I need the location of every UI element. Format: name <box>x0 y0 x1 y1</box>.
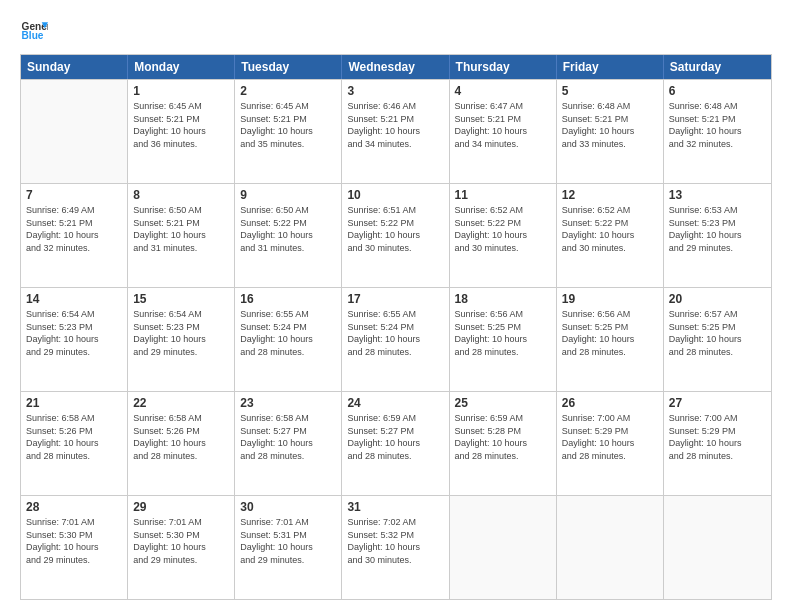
calendar-cell: 29Sunrise: 7:01 AM Sunset: 5:30 PM Dayli… <box>128 496 235 599</box>
cell-day-number: 10 <box>347 187 443 203</box>
cell-info: Sunrise: 7:01 AM Sunset: 5:31 PM Dayligh… <box>240 516 336 566</box>
cell-info: Sunrise: 7:00 AM Sunset: 5:29 PM Dayligh… <box>669 412 766 462</box>
calendar-cell: 21Sunrise: 6:58 AM Sunset: 5:26 PM Dayli… <box>21 392 128 495</box>
cell-info: Sunrise: 7:00 AM Sunset: 5:29 PM Dayligh… <box>562 412 658 462</box>
page: General Blue SundayMondayTuesdayWednesda… <box>0 0 792 612</box>
header-day-monday: Monday <box>128 55 235 79</box>
cell-day-number: 21 <box>26 395 122 411</box>
calendar-cell: 16Sunrise: 6:55 AM Sunset: 5:24 PM Dayli… <box>235 288 342 391</box>
calendar-cell: 25Sunrise: 6:59 AM Sunset: 5:28 PM Dayli… <box>450 392 557 495</box>
calendar-cell: 4Sunrise: 6:47 AM Sunset: 5:21 PM Daylig… <box>450 80 557 183</box>
cell-day-number: 23 <box>240 395 336 411</box>
calendar-cell: 17Sunrise: 6:55 AM Sunset: 5:24 PM Dayli… <box>342 288 449 391</box>
cell-info: Sunrise: 6:56 AM Sunset: 5:25 PM Dayligh… <box>455 308 551 358</box>
cell-info: Sunrise: 6:54 AM Sunset: 5:23 PM Dayligh… <box>26 308 122 358</box>
cell-day-number: 31 <box>347 499 443 515</box>
calendar-cell <box>664 496 771 599</box>
calendar-header: SundayMondayTuesdayWednesdayThursdayFrid… <box>21 55 771 79</box>
cell-info: Sunrise: 6:48 AM Sunset: 5:21 PM Dayligh… <box>669 100 766 150</box>
header-day-thursday: Thursday <box>450 55 557 79</box>
cell-info: Sunrise: 6:46 AM Sunset: 5:21 PM Dayligh… <box>347 100 443 150</box>
header-day-sunday: Sunday <box>21 55 128 79</box>
calendar-cell: 19Sunrise: 6:56 AM Sunset: 5:25 PM Dayli… <box>557 288 664 391</box>
calendar-cell: 8Sunrise: 6:50 AM Sunset: 5:21 PM Daylig… <box>128 184 235 287</box>
calendar-cell: 22Sunrise: 6:58 AM Sunset: 5:26 PM Dayli… <box>128 392 235 495</box>
cell-day-number: 2 <box>240 83 336 99</box>
calendar-cell: 15Sunrise: 6:54 AM Sunset: 5:23 PM Dayli… <box>128 288 235 391</box>
cell-day-number: 16 <box>240 291 336 307</box>
cell-day-number: 11 <box>455 187 551 203</box>
cell-day-number: 19 <box>562 291 658 307</box>
calendar-cell: 23Sunrise: 6:58 AM Sunset: 5:27 PM Dayli… <box>235 392 342 495</box>
cell-day-number: 8 <box>133 187 229 203</box>
calendar-cell: 10Sunrise: 6:51 AM Sunset: 5:22 PM Dayli… <box>342 184 449 287</box>
cell-day-number: 7 <box>26 187 122 203</box>
calendar-cell <box>450 496 557 599</box>
header: General Blue <box>20 16 772 44</box>
calendar-cell: 28Sunrise: 7:01 AM Sunset: 5:30 PM Dayli… <box>21 496 128 599</box>
cell-day-number: 3 <box>347 83 443 99</box>
cell-info: Sunrise: 6:59 AM Sunset: 5:27 PM Dayligh… <box>347 412 443 462</box>
calendar-cell: 30Sunrise: 7:01 AM Sunset: 5:31 PM Dayli… <box>235 496 342 599</box>
calendar-cell: 18Sunrise: 6:56 AM Sunset: 5:25 PM Dayli… <box>450 288 557 391</box>
cell-day-number: 15 <box>133 291 229 307</box>
cell-day-number: 6 <box>669 83 766 99</box>
header-day-saturday: Saturday <box>664 55 771 79</box>
cell-info: Sunrise: 6:55 AM Sunset: 5:24 PM Dayligh… <box>347 308 443 358</box>
calendar-cell: 24Sunrise: 6:59 AM Sunset: 5:27 PM Dayli… <box>342 392 449 495</box>
cell-day-number: 26 <box>562 395 658 411</box>
cell-info: Sunrise: 7:01 AM Sunset: 5:30 PM Dayligh… <box>133 516 229 566</box>
calendar: SundayMondayTuesdayWednesdayThursdayFrid… <box>20 54 772 600</box>
cell-day-number: 20 <box>669 291 766 307</box>
calendar-cell <box>557 496 664 599</box>
cell-day-number: 18 <box>455 291 551 307</box>
svg-text:Blue: Blue <box>22 30 44 41</box>
cell-day-number: 9 <box>240 187 336 203</box>
calendar-cell: 9Sunrise: 6:50 AM Sunset: 5:22 PM Daylig… <box>235 184 342 287</box>
cell-day-number: 27 <box>669 395 766 411</box>
calendar-cell: 6Sunrise: 6:48 AM Sunset: 5:21 PM Daylig… <box>664 80 771 183</box>
calendar-body: 1Sunrise: 6:45 AM Sunset: 5:21 PM Daylig… <box>21 79 771 599</box>
cell-info: Sunrise: 6:45 AM Sunset: 5:21 PM Dayligh… <box>133 100 229 150</box>
calendar-cell: 20Sunrise: 6:57 AM Sunset: 5:25 PM Dayli… <box>664 288 771 391</box>
cell-info: Sunrise: 6:58 AM Sunset: 5:26 PM Dayligh… <box>26 412 122 462</box>
cell-info: Sunrise: 6:50 AM Sunset: 5:21 PM Dayligh… <box>133 204 229 254</box>
cell-info: Sunrise: 6:58 AM Sunset: 5:27 PM Dayligh… <box>240 412 336 462</box>
cell-day-number: 12 <box>562 187 658 203</box>
cell-info: Sunrise: 6:55 AM Sunset: 5:24 PM Dayligh… <box>240 308 336 358</box>
cell-info: Sunrise: 6:47 AM Sunset: 5:21 PM Dayligh… <box>455 100 551 150</box>
cell-info: Sunrise: 6:50 AM Sunset: 5:22 PM Dayligh… <box>240 204 336 254</box>
calendar-cell: 13Sunrise: 6:53 AM Sunset: 5:23 PM Dayli… <box>664 184 771 287</box>
header-day-tuesday: Tuesday <box>235 55 342 79</box>
calendar-week-4: 21Sunrise: 6:58 AM Sunset: 5:26 PM Dayli… <box>21 391 771 495</box>
cell-info: Sunrise: 7:01 AM Sunset: 5:30 PM Dayligh… <box>26 516 122 566</box>
cell-day-number: 28 <box>26 499 122 515</box>
calendar-cell: 12Sunrise: 6:52 AM Sunset: 5:22 PM Dayli… <box>557 184 664 287</box>
calendar-cell: 26Sunrise: 7:00 AM Sunset: 5:29 PM Dayli… <box>557 392 664 495</box>
cell-info: Sunrise: 6:56 AM Sunset: 5:25 PM Dayligh… <box>562 308 658 358</box>
cell-info: Sunrise: 6:52 AM Sunset: 5:22 PM Dayligh… <box>455 204 551 254</box>
calendar-week-5: 28Sunrise: 7:01 AM Sunset: 5:30 PM Dayli… <box>21 495 771 599</box>
cell-info: Sunrise: 6:51 AM Sunset: 5:22 PM Dayligh… <box>347 204 443 254</box>
calendar-week-3: 14Sunrise: 6:54 AM Sunset: 5:23 PM Dayli… <box>21 287 771 391</box>
cell-day-number: 29 <box>133 499 229 515</box>
logo-icon: General Blue <box>20 16 48 44</box>
cell-day-number: 4 <box>455 83 551 99</box>
cell-day-number: 14 <box>26 291 122 307</box>
calendar-cell: 27Sunrise: 7:00 AM Sunset: 5:29 PM Dayli… <box>664 392 771 495</box>
cell-info: Sunrise: 6:59 AM Sunset: 5:28 PM Dayligh… <box>455 412 551 462</box>
calendar-week-2: 7Sunrise: 6:49 AM Sunset: 5:21 PM Daylig… <box>21 183 771 287</box>
calendar-cell: 14Sunrise: 6:54 AM Sunset: 5:23 PM Dayli… <box>21 288 128 391</box>
cell-info: Sunrise: 6:45 AM Sunset: 5:21 PM Dayligh… <box>240 100 336 150</box>
cell-info: Sunrise: 6:54 AM Sunset: 5:23 PM Dayligh… <box>133 308 229 358</box>
header-day-wednesday: Wednesday <box>342 55 449 79</box>
cell-day-number: 25 <box>455 395 551 411</box>
cell-info: Sunrise: 6:58 AM Sunset: 5:26 PM Dayligh… <box>133 412 229 462</box>
cell-info: Sunrise: 6:53 AM Sunset: 5:23 PM Dayligh… <box>669 204 766 254</box>
cell-info: Sunrise: 6:52 AM Sunset: 5:22 PM Dayligh… <box>562 204 658 254</box>
cell-day-number: 5 <box>562 83 658 99</box>
calendar-cell: 31Sunrise: 7:02 AM Sunset: 5:32 PM Dayli… <box>342 496 449 599</box>
cell-day-number: 30 <box>240 499 336 515</box>
header-day-friday: Friday <box>557 55 664 79</box>
cell-day-number: 17 <box>347 291 443 307</box>
